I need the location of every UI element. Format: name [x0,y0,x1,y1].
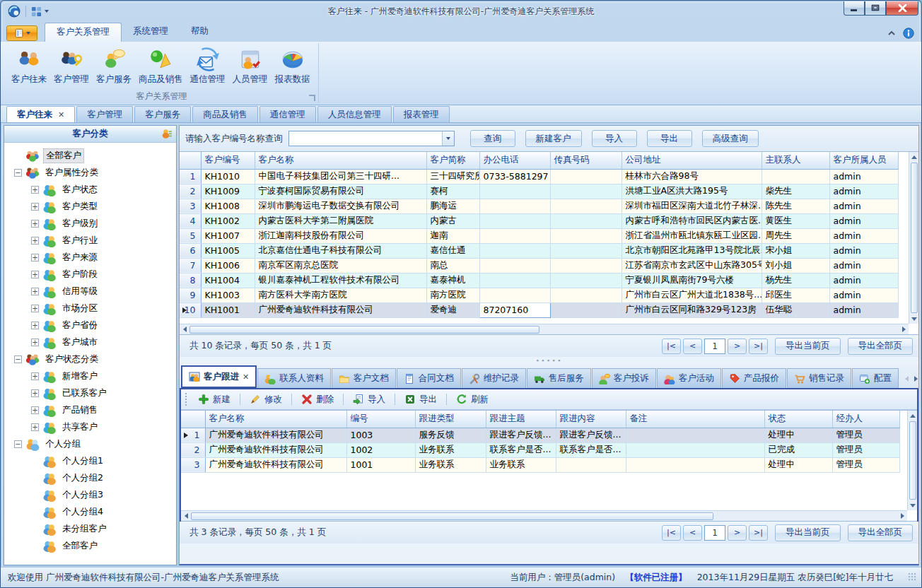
cell[interactable]: KH1010 [201,169,255,184]
tree-item-产品销售[interactable]: +产品销售 [11,401,176,418]
column-header-公司地址[interactable]: 公司地址 [622,152,761,169]
cell[interactable]: 邱医生 [761,288,829,302]
tree-item-信用等级[interactable]: +信用等级 [11,283,176,300]
collapse-ribbon-icon[interactable] [887,30,896,37]
column-header-跟进内容[interactable]: 跟进内容 [556,411,626,428]
detail-tab-销售记录[interactable]: 销售记录 [787,368,851,388]
column-header-客户简称[interactable]: 客户简称 [426,152,479,169]
cell[interactable]: 管理员 [832,428,899,442]
search-input[interactable] [289,131,442,146]
cell[interactable]: 银川嘉泰神机工程软件技术有限公司 [255,273,426,288]
document-tab-客户往来[interactable]: 客户往来✕ [6,106,75,122]
export-current-page-button[interactable]: 导出当前页 [775,524,841,541]
cell[interactable]: 1002 [346,442,415,457]
expand-icon[interactable]: + [31,203,39,211]
button-导出[interactable]: 导出 [647,130,692,147]
maximize-button[interactable] [865,1,886,16]
prev-page-button[interactable]: < [683,339,702,354]
expand-icon[interactable]: + [31,237,39,245]
table-row[interactable]: 7KH1006南京军区南京总医院南总江苏省南京市玄武区中山东路305号刘小姐ad… [180,258,898,273]
cell[interactable]: KH1001 [201,302,255,317]
tree-item-新增客户[interactable]: +新增客户 [11,368,176,384]
cell[interactable] [479,258,550,273]
expand-icon[interactable]: + [31,288,39,295]
tree-item-个人分组4[interactable]: 个人分组4 [11,503,176,520]
ribbon-button-报表数据[interactable]: 报表数据 [272,45,314,87]
cell[interactable]: 联系客户是否... [556,442,626,457]
close-button[interactable] [886,1,918,16]
column-header-办公电话[interactable]: 办公电话 [479,152,550,169]
expand-icon[interactable]: + [31,372,39,380]
collapse-icon[interactable]: − [14,169,22,177]
tree-item-已联系客户[interactable]: +已联系客户 [11,384,176,401]
tree-item-客户状态分类[interactable]: −客户状态分类 [11,351,176,368]
cell[interactable]: 陈先生 [761,199,829,213]
cell[interactable]: 业务联系 [415,442,486,457]
cell[interactable]: admin [829,243,898,258]
detail-tab-联系人资料[interactable]: 联系人资料 [257,368,331,388]
next-page-button[interactable]: > [728,525,747,541]
cell[interactable]: 内蒙古 [426,213,479,228]
column-header-主联系人[interactable]: 主联系人 [761,152,829,169]
cell[interactable]: admin [829,184,898,199]
cell[interactable]: 北京市朝阳区北苑路甲13号院北辰... [622,243,761,258]
cell[interactable] [550,184,622,199]
cell[interactable]: KH1003 [201,288,255,302]
tab-scroll-left-icon[interactable] [905,376,909,382]
toolbar-button-刷新[interactable]: 刷新 [452,392,493,408]
detail-tab-产品报价[interactable]: 产品报价 [722,368,786,388]
followup-grid-hscrollbar[interactable] [181,510,907,521]
table-row[interactable]: 2广州爱奇迪软件科技有限公司1002业务联系联系客户是否...联系客户是否...… [181,442,899,457]
table-row[interactable]: 9KH1003南方医科大学南方医院南方医院广州市白云区广州大道北1838号...… [180,288,898,302]
cell[interactable]: 嘉泰神机 [426,273,479,288]
tree-item-个人分组2[interactable]: 个人分组2 [11,469,176,486]
expand-icon[interactable]: + [31,254,39,261]
cell[interactable]: 服务反馈 [415,428,486,442]
cell[interactable] [550,288,622,302]
export-all-pages-button[interactable]: 导出全部页 [848,338,914,355]
toolbar-button-新建[interactable]: 新建 [194,392,235,408]
cell[interactable]: admin [829,258,898,273]
ribbon-button-人员管理[interactable]: 人员管理 [229,45,272,87]
category-settings-icon[interactable] [161,128,173,140]
tree-item-共享客户[interactable]: +共享客户 [11,418,176,435]
splitter-handle[interactable]: ∙∙∙∙∙ [180,357,918,364]
collapse-icon[interactable]: − [14,355,22,363]
document-tab-商品及销售[interactable]: 商品及销售 [192,106,258,122]
tree-item-客户属性分类[interactable]: −客户属性分类 [11,164,176,181]
cell[interactable]: KH1002 [201,213,255,228]
expand-icon[interactable]: + [31,186,39,194]
cell[interactable]: KH1008 [201,199,255,213]
expand-icon[interactable]: + [31,389,39,397]
cell[interactable]: admin [829,213,898,228]
table-row[interactable]: 1广州爱奇迪软件科技有限公司1003服务反馈跟进客户反馈...跟进客户反馈...… [181,428,899,442]
cell[interactable]: 内蒙古呼和浩特市回民区内蒙古医... [622,213,761,228]
cell[interactable]: 伍华聪 [761,302,829,317]
button-查询[interactable]: 查询 [470,130,515,147]
cell[interactable] [550,302,622,317]
ribbon-button-通信管理[interactable]: 通信管理 [187,45,229,87]
cell[interactable]: 宁夏银川凤凰南街79号六楼 [622,273,761,288]
cell[interactable] [479,243,550,258]
expand-icon[interactable]: + [31,423,39,431]
tab-scroll-right-icon[interactable] [914,376,918,382]
cell[interactable]: 业务联系 [486,457,556,472]
tree-item-客户城市[interactable]: +客户城市 [11,334,176,351]
cell[interactable]: 爱奇迪 [426,302,479,317]
table-row[interactable]: 3广州爱奇迪软件科技有限公司1001业务联系业务联系处理中管理员 [181,457,899,472]
toolbar-button-修改[interactable]: 修改 [245,392,286,408]
tree-item-未分组客户[interactable]: 未分组客户 [11,520,176,537]
cell[interactable]: 嘉信仕通 [426,243,479,258]
tree-item-客户级别[interactable]: +客户级别 [11,215,176,232]
tree-item-客户行业[interactable]: +客户行业 [11,232,176,249]
toolbar-button-删除[interactable]: 删除 [297,392,338,408]
detail-tab-客户投诉[interactable]: 客户投诉 [592,368,656,388]
table-row[interactable]: 3KH1008深圳市鹏海运电子数据交换有限公司鹏海运深圳市福田区深南大道北竹子林… [180,199,898,213]
table-row[interactable]: 4KH1002内蒙古医科大学第二附属医院内蒙古内蒙古呼和浩特市回民区内蒙古医..… [180,213,898,228]
cell[interactable]: admin [829,169,898,184]
detail-tab-客户文档[interactable]: 客户文档 [332,368,396,388]
column-header-编号[interactable]: 编号 [346,411,415,428]
expand-icon[interactable]: + [31,339,39,346]
tree-item-个人分组[interactable]: −个人分组 [11,435,176,452]
cell[interactable]: 广州爱奇迪软件科技有限公司 [255,302,426,317]
